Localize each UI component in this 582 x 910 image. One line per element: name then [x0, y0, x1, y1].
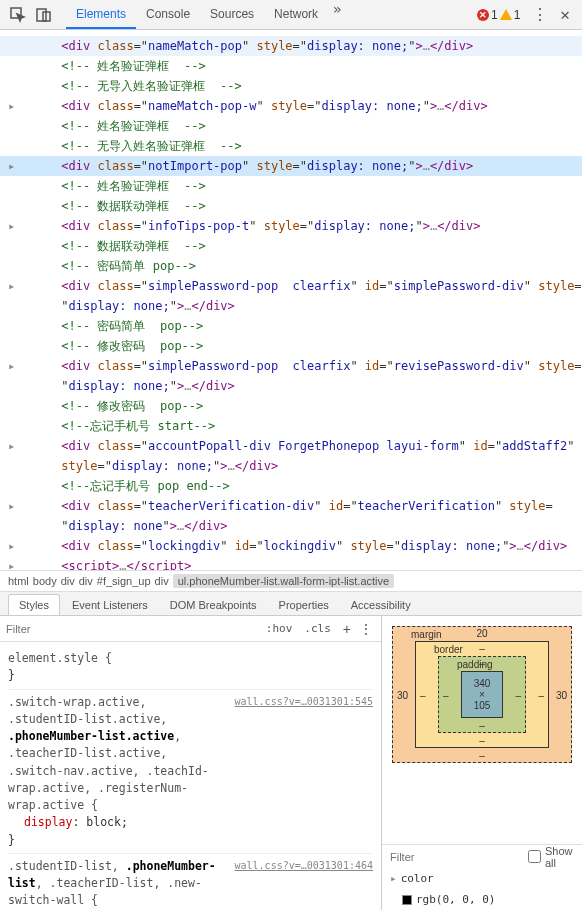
expand-caret-icon[interactable] — [8, 257, 18, 275]
css-rules[interactable]: element.style {}.switch-wrap.active, .st… — [0, 642, 381, 910]
prop-value: rgb(0, 0, 0) — [416, 893, 495, 906]
expand-caret-icon[interactable] — [8, 377, 18, 395]
cls-toggle[interactable]: .cls — [298, 622, 337, 635]
expand-caret-icon[interactable] — [8, 297, 18, 315]
expand-caret-icon[interactable] — [8, 117, 18, 135]
expand-caret-icon[interactable] — [8, 397, 18, 415]
dom-node[interactable]: ▸ <div class="notImport-pop" style="disp… — [0, 156, 582, 176]
dom-node[interactable]: <!--忘记手机号 start--> — [0, 416, 582, 436]
dom-node[interactable]: <!-- 无导入姓名验证弹框 --> — [0, 76, 582, 96]
computed-filter-input[interactable] — [390, 851, 528, 863]
expand-caret-icon[interactable] — [8, 417, 18, 435]
dom-node[interactable]: "display: none">…</div> — [0, 516, 582, 536]
dom-node[interactable]: <!-- 无导入姓名验证弹框 --> — [0, 136, 582, 156]
dom-node[interactable]: <!--忘记手机号 pop end--> — [0, 476, 582, 496]
css-rule[interactable]: element.style {} — [8, 646, 373, 690]
expand-caret-icon[interactable] — [8, 457, 18, 475]
inspect-element-icon[interactable] — [6, 3, 30, 27]
source-link[interactable]: wall.css?v=…0031301:464 — [235, 858, 373, 910]
tab-network[interactable]: Network — [264, 1, 328, 29]
expand-caret-icon[interactable] — [8, 77, 18, 95]
subtab-accessibility[interactable]: Accessibility — [341, 595, 421, 615]
expand-caret-icon[interactable] — [8, 477, 18, 495]
styles-filter-input[interactable] — [6, 623, 260, 635]
subtab-event-listeners[interactable]: Event Listeners — [62, 595, 158, 615]
expand-caret-icon[interactable]: ▸ — [8, 357, 18, 375]
dom-node[interactable]: <!-- 姓名验证弹框 --> — [0, 116, 582, 136]
device-toolbar-icon[interactable] — [32, 3, 56, 27]
error-warning-status[interactable]: ✕1 1 — [477, 8, 520, 22]
expand-caret-icon[interactable]: ▸ — [8, 97, 18, 115]
source-link[interactable]: wall.css?v=…0031301:545 — [235, 694, 373, 815]
expand-caret-icon[interactable]: ▸ — [390, 872, 397, 885]
dom-node[interactable]: <!-- 修改密码 pop--> — [0, 396, 582, 416]
expand-caret-icon[interactable] — [8, 517, 18, 535]
expand-caret-icon[interactable]: ▸ — [8, 497, 18, 515]
margin-top: 20 — [476, 628, 487, 639]
expand-caret-icon[interactable]: ▸ — [8, 217, 18, 235]
margin-label: margin — [411, 629, 442, 640]
expand-caret-icon[interactable] — [8, 237, 18, 255]
expand-caret-icon[interactable]: ▸ — [8, 537, 18, 555]
tab-sources[interactable]: Sources — [200, 1, 264, 29]
hov-toggle[interactable]: :hov — [260, 622, 299, 635]
breadcrumb-item[interactable]: body — [33, 575, 57, 587]
subtab-styles[interactable]: Styles — [8, 594, 60, 615]
dom-node[interactable]: <div class="nameMatch-pop" style="displa… — [0, 36, 582, 56]
expand-caret-icon[interactable] — [8, 337, 18, 355]
breadcrumb-item[interactable]: div — [61, 575, 75, 587]
expand-caret-icon[interactable] — [8, 57, 18, 75]
breadcrumb-item[interactable]: html — [8, 575, 29, 587]
dom-node[interactable]: ▸ <div class="simplePassword-pop clearfi… — [0, 356, 582, 376]
more-tabs-chevron-icon[interactable]: » — [328, 1, 346, 29]
dom-node[interactable]: "display: none;">…</div> — [0, 376, 582, 396]
subtab-properties[interactable]: Properties — [269, 595, 339, 615]
expand-caret-icon[interactable] — [8, 177, 18, 195]
expand-caret-icon[interactable] — [8, 197, 18, 215]
dom-node[interactable]: <!-- 数据联动弹框 --> — [0, 236, 582, 256]
dom-node[interactable]: <!-- 修改密码 pop--> — [0, 336, 582, 356]
styles-menu-icon[interactable]: ⋮ — [357, 621, 375, 637]
expand-caret-icon[interactable]: ▸ — [8, 437, 18, 455]
breadcrumb-item[interactable]: #f_sign_up — [97, 575, 151, 587]
dom-node[interactable]: ▸ <div class="accountPopall-div ForgetPh… — [0, 436, 582, 456]
expand-caret-icon[interactable]: ▸ — [8, 277, 18, 295]
close-icon[interactable]: ✕ — [554, 5, 576, 24]
dom-node[interactable]: <!-- 数据联动弹框 --> — [0, 196, 582, 216]
expand-caret-icon[interactable] — [8, 37, 18, 55]
css-rule[interactable]: .switch-wrap.active, .studentID-list.act… — [8, 690, 373, 854]
dom-tree-panel[interactable]: <div class="nameMatch-pop" style="displa… — [0, 30, 582, 570]
dom-node[interactable]: <!-- 密码简单 pop--> — [0, 316, 582, 336]
margin-right: 30 — [556, 689, 567, 700]
dom-node[interactable]: ▸ <div class="lockingdiv" id="lockingdiv… — [0, 536, 582, 556]
dom-node[interactable]: "display: none;">…</div> — [0, 296, 582, 316]
show-all-toggle[interactable]: Show all — [528, 845, 574, 869]
tab-elements[interactable]: Elements — [66, 1, 136, 29]
dom-node[interactable]: style="display: none;">…</div> — [0, 456, 582, 476]
computed-color-row[interactable]: ▸ color — [382, 868, 582, 889]
breadcrumb-item[interactable]: div — [79, 575, 93, 587]
dom-node[interactable]: ▸ <div class="nameMatch-pop-w" style="di… — [0, 96, 582, 116]
breadcrumb-item[interactable]: div — [155, 575, 169, 587]
dom-node[interactable]: ▸ <div class="infoTips-pop-t" style="dis… — [0, 216, 582, 236]
border-label: border — [434, 644, 463, 655]
kebab-menu-icon[interactable]: ⋮ — [526, 5, 554, 24]
tab-console[interactable]: Console — [136, 1, 200, 29]
dom-node[interactable]: ▸ <script>…</script> — [0, 556, 582, 570]
breadcrumb-item[interactable]: ul.phoneMumber-list.wall-form-ipt-list.a… — [173, 574, 395, 588]
color-swatch-icon[interactable] — [402, 895, 412, 905]
dom-node[interactable]: ▸ <div class="teacherVerification-div" i… — [0, 496, 582, 516]
expand-caret-icon[interactable]: ▸ — [8, 557, 18, 570]
expand-caret-icon[interactable] — [8, 137, 18, 155]
expand-caret-icon[interactable] — [8, 317, 18, 335]
dom-node[interactable]: ▸ <div class="simplePassword-pop clearfi… — [0, 276, 582, 296]
dom-node[interactable]: <!-- 姓名验证弹框 --> — [0, 176, 582, 196]
dom-node[interactable]: <!-- 密码简单 pop--> — [0, 256, 582, 276]
new-rule-icon[interactable]: + — [337, 621, 357, 637]
expand-caret-icon[interactable]: ▸ — [8, 157, 18, 175]
subtab-dom-breakpoints[interactable]: DOM Breakpoints — [160, 595, 267, 615]
css-rule[interactable]: .studentID-list, .phoneMumber-list, .tea… — [8, 854, 373, 910]
dom-node[interactable]: <!-- 姓名验证弹框 --> — [0, 56, 582, 76]
warning-icon — [500, 9, 512, 20]
box-model-diagram[interactable]: margin 20 30 – 30 border – – – – padding… — [382, 616, 582, 844]
